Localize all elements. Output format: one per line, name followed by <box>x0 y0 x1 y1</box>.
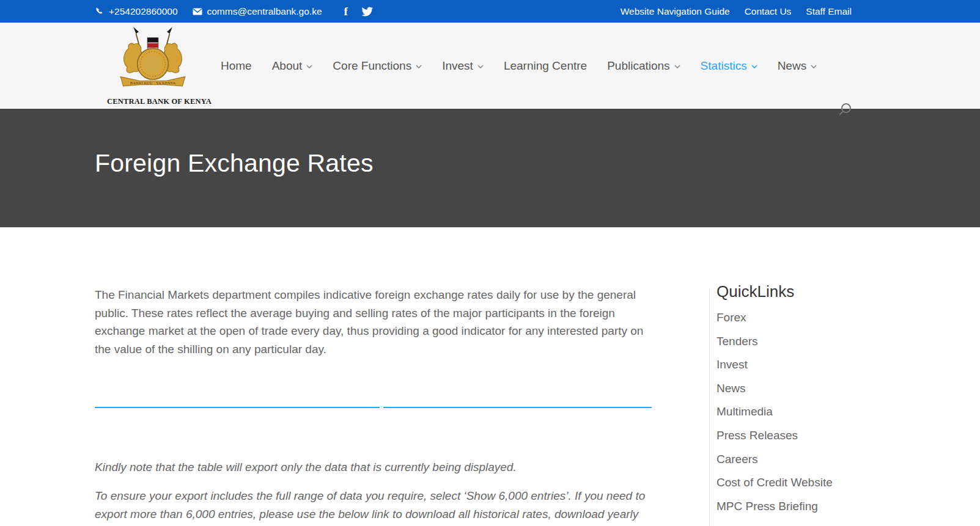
chevron-down-icon <box>477 65 484 69</box>
quicklinks-sidebar: QuickLinks Forex Tenders Invest News Mul… <box>717 282 894 523</box>
nav-item-invest[interactable]: Invest <box>442 59 484 73</box>
quicklink-news[interactable]: News <box>717 382 894 395</box>
nav-item-learning-centre[interactable]: Learning Centre <box>504 59 587 73</box>
main-navigation: Home About Core Functions Invest Learnin… <box>221 23 817 109</box>
quicklink-invest[interactable]: Invest <box>717 358 894 371</box>
chevron-down-icon <box>306 65 312 69</box>
phone-contact: +254202860000 <box>95 6 178 17</box>
blue-divider-left <box>95 407 380 408</box>
topbar-link-contact-us[interactable]: Contact Us <box>745 6 792 17</box>
chevron-down-icon <box>811 65 817 69</box>
topbar-contact-group: +254202860000 comms@centralbank.go.ke f <box>95 0 373 23</box>
topbar-link-navigation-guide[interactable]: Website Navigation Guide <box>621 6 730 17</box>
blue-divider-right <box>383 407 652 408</box>
quicklink-forex[interactable]: Forex <box>717 311 894 324</box>
nav-item-about[interactable]: About <box>272 59 313 73</box>
quicklink-cost-of-credit[interactable]: Cost of Credit Website <box>717 476 894 489</box>
search-icon[interactable] <box>836 101 853 119</box>
cbk-coat-of-arms-icon: BANKI KUU · YA KENYA <box>112 25 193 93</box>
quicklink-tenders[interactable]: Tenders <box>717 335 894 348</box>
topbar-links: Website Navigation Guide Contact Us Staf… <box>621 0 852 23</box>
quicklink-press-releases[interactable]: Press Releases <box>717 429 894 442</box>
phone-icon <box>95 7 104 16</box>
nav-item-news[interactable]: News <box>778 59 817 73</box>
envelope-icon <box>193 8 202 15</box>
quicklink-multimedia[interactable]: Multimedia <box>717 405 894 418</box>
email-contact: comms@centralbank.go.ke <box>193 6 322 17</box>
topbar-phone-number[interactable]: +254202860000 <box>109 6 178 17</box>
quicklink-careers[interactable]: Careers <box>717 453 894 466</box>
quicklink-mpc-press-briefing[interactable]: MPC Press Briefing <box>717 500 894 513</box>
export-instructions: To ensure your export includes the full … <box>95 487 652 526</box>
nav-item-core-functions[interactable]: Core Functions <box>333 59 422 73</box>
chevron-down-icon <box>674 65 680 69</box>
site-header: BANKI KUU · YA KENYA CENTRAL BANK OF KEN… <box>0 23 980 109</box>
topbar-link-staff-email[interactable]: Staff Email <box>806 6 852 17</box>
intro-paragraph: The Financial Markets department compile… <box>95 286 652 358</box>
nav-item-home[interactable]: Home <box>221 59 252 73</box>
page-hero: Foreign Exchange Rates <box>0 109 980 227</box>
chevron-down-icon <box>751 65 757 69</box>
quicklinks-list: Forex Tenders Invest News Multimedia Pre… <box>717 311 894 513</box>
facebook-icon[interactable]: f <box>344 5 348 18</box>
topbar-email[interactable]: comms@centralbank.go.ke <box>207 6 322 17</box>
export-note: Kindly note that the table will export o… <box>95 458 652 477</box>
page-title: Foreign Exchange Rates <box>95 149 374 178</box>
top-bar: +254202860000 comms@centralbank.go.ke f … <box>0 0 980 23</box>
nav-item-publications[interactable]: Publications <box>607 59 680 73</box>
logo-ribbon-text: BANKI KUU · YA KENYA <box>130 81 176 85</box>
logo-wordmark: CENTRAL BANK OF KENYA <box>107 97 199 106</box>
chevron-down-icon <box>416 65 422 69</box>
cbk-logo[interactable]: BANKI KUU · YA KENYA CENTRAL BANK OF KEN… <box>107 25 199 106</box>
nav-item-statistics[interactable]: Statistics <box>701 59 757 73</box>
sidebar-divider <box>709 288 710 526</box>
main-content: The Financial Markets department compile… <box>0 227 980 526</box>
twitter-icon[interactable] <box>361 7 373 16</box>
quicklinks-title: QuickLinks <box>717 282 894 301</box>
